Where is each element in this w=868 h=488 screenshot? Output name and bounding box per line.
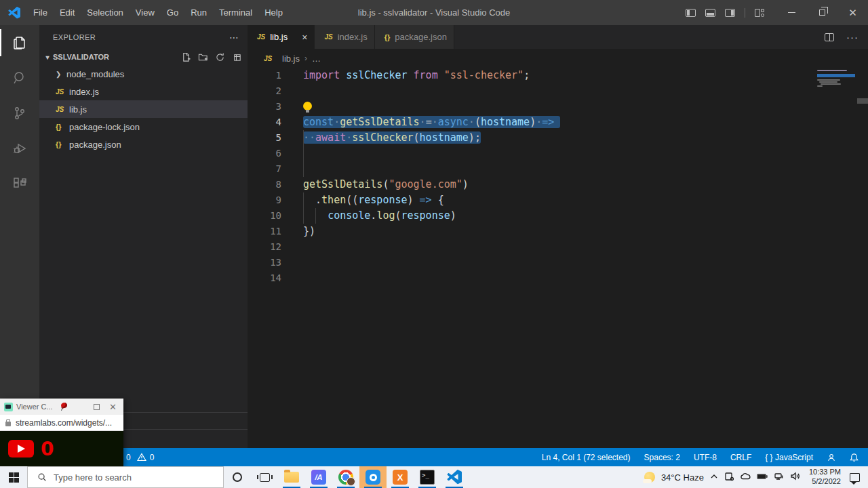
cursor-position[interactable]: Ln 4, Col 1 (72 selected): [542, 453, 631, 462]
show-hidden-icons-chevron[interactable]: [710, 472, 718, 483]
code-line-8[interactable]: 8getSslDetails("google.com"): [248, 177, 868, 192]
lightbulb-icon[interactable]: [303, 102, 312, 110]
file-row-node_modules[interactable]: ❯node_modules: [39, 65, 248, 83]
weather-icon[interactable]: [644, 472, 655, 483]
toggle-panel-icon[interactable]: [705, 9, 715, 17]
new-file-icon[interactable]: [181, 52, 191, 62]
line-content: [281, 161, 303, 177]
overlay-maximize-icon[interactable]: [94, 404, 100, 410]
editor-more-actions-icon[interactable]: ···: [846, 31, 859, 43]
volume-icon[interactable]: [790, 472, 800, 483]
customize-layout-icon[interactable]: [755, 9, 764, 17]
breadcrumb[interactable]: JS lib.js › …: [248, 49, 868, 68]
source-control-icon[interactable]: [0, 96, 39, 131]
code-line-7[interactable]: 7: [248, 161, 868, 177]
search-icon[interactable]: [0, 60, 39, 96]
encoding[interactable]: UTF-8: [694, 453, 717, 462]
taskbar-app-file-explorer[interactable]: [278, 466, 305, 488]
menu-edit[interactable]: Edit: [54, 7, 81, 18]
menu-go[interactable]: Go: [161, 7, 184, 18]
explorer-icon[interactable]: [0, 25, 39, 60]
menu-help[interactable]: Help: [258, 7, 289, 18]
tab-close-icon[interactable]: ×: [302, 32, 307, 43]
breadcrumb-file[interactable]: lib.js: [282, 54, 300, 64]
new-folder-icon[interactable]: [198, 52, 208, 62]
code-editor[interactable]: 1import sslChecker from "ssl-checker";23…: [248, 68, 868, 286]
weather-label[interactable]: 34°C Haze: [661, 472, 704, 483]
feedback-icon[interactable]: [827, 453, 836, 462]
clock[interactable]: 10:33 PM 5/2/2022: [806, 468, 844, 487]
overlay-url-bar[interactable]: streamlabs.com/widgets/...: [0, 415, 123, 431]
toggle-sidebar-icon[interactable]: [686, 9, 696, 17]
tab-lib.js[interactable]: JSlib.js×: [248, 25, 315, 49]
code-line-5[interactable]: 5··await·sslChecker(hostname);: [248, 130, 868, 146]
code-line-14[interactable]: 14: [248, 270, 868, 286]
onedrive-cloud-icon[interactable]: [740, 472, 751, 483]
close-button[interactable]: ✕: [837, 0, 868, 25]
windows-logo-icon: [9, 472, 19, 483]
notifications-bell-icon[interactable]: [850, 453, 859, 462]
code-line-6[interactable]: 6: [248, 146, 868, 161]
network-icon[interactable]: [774, 472, 784, 483]
code-line-9[interactable]: 9 .then((response) => {: [248, 192, 868, 208]
toggle-secondary-sidebar-icon[interactable]: [725, 9, 735, 17]
eol-sequence[interactable]: CRLF: [730, 453, 751, 462]
code-line-13[interactable]: 13: [248, 255, 868, 270]
overview-ruler-mark: [857, 98, 868, 104]
restore-button[interactable]: [807, 0, 837, 25]
titlebar: FileEditSelectionViewGoRunTerminalHelp l…: [0, 0, 868, 25]
taskbar-app-chrome[interactable]: [332, 466, 359, 488]
tablet-icon[interactable]: [724, 472, 734, 483]
tab-index.js[interactable]: JSindex.js: [315, 25, 374, 49]
taskbar-app-terminal[interactable]: >_: [414, 466, 441, 488]
menu-selection[interactable]: Selection: [81, 7, 129, 18]
line-number: 4: [248, 115, 281, 130]
extensions-icon[interactable]: [0, 166, 39, 201]
code-line-3[interactable]: 3: [248, 99, 868, 115]
run-debug-icon[interactable]: [0, 131, 39, 166]
pin-icon[interactable]: [60, 403, 68, 411]
overlay-close-icon[interactable]: ✕: [109, 402, 117, 412]
taskbar-app-xampp[interactable]: X: [387, 466, 414, 488]
vscode-logo-icon: [8, 7, 20, 19]
collapse-folders-icon[interactable]: [232, 52, 242, 62]
taskbar-app-vscode[interactable]: [441, 466, 468, 488]
code-line-1[interactable]: 1import sslChecker from "ssl-checker";: [248, 68, 868, 83]
split-editor-icon[interactable]: [825, 33, 834, 41]
start-button[interactable]: [0, 466, 27, 488]
search-placeholder: Type here to search: [54, 472, 132, 483]
battery-icon[interactable]: [757, 472, 768, 483]
minimap[interactable]: [817, 68, 856, 149]
indentation[interactable]: Spaces: 2: [644, 453, 680, 462]
explorer-more-actions-icon[interactable]: ⋯: [229, 32, 239, 43]
minimize-button[interactable]: [776, 0, 807, 25]
refresh-icon[interactable]: [215, 52, 225, 62]
file-row-package-lock.json[interactable]: {}package-lock.json: [39, 118, 248, 136]
language-mode[interactable]: { } JavaScript: [765, 453, 813, 462]
taskbar-app-mail-app[interactable]: /A: [305, 466, 332, 488]
taskbar-app-streamlabs[interactable]: [359, 466, 387, 488]
menu-run[interactable]: Run: [184, 7, 213, 18]
file-row-lib.js[interactable]: JSlib.js: [39, 100, 248, 118]
menu-view[interactable]: View: [130, 7, 161, 18]
line-number: 9: [248, 192, 281, 208]
tab-package.json[interactable]: {}package.json: [375, 25, 454, 49]
code-line-11[interactable]: 11}): [248, 224, 868, 239]
breadcrumb-symbol[interactable]: …: [312, 54, 321, 64]
file-row-index.js[interactable]: JSindex.js: [39, 83, 248, 100]
action-center-icon[interactable]: [850, 473, 860, 482]
task-view-button[interactable]: [251, 466, 278, 488]
overlay-titlebar[interactable]: Viewer C... ✕: [0, 399, 123, 415]
code-line-12[interactable]: 12: [248, 239, 868, 255]
file-row-package.json[interactable]: {}package.json: [39, 136, 248, 153]
menu-file[interactable]: File: [27, 7, 54, 18]
workspace-section-header[interactable]: ▾ SSLVALIDATOR: [39, 49, 248, 65]
streamlabs-icon: [366, 470, 380, 485]
cortana-button[interactable]: [224, 466, 251, 488]
overlay-url[interactable]: streamlabs.com/widgets/...: [16, 418, 112, 428]
taskbar-search-box[interactable]: Type here to search: [27, 466, 224, 488]
code-line-10[interactable]: 10 console.log(response): [248, 208, 868, 224]
code-line-4[interactable]: 4const·getSslDetails·=·async·(hostname)·…: [248, 115, 868, 130]
menu-terminal[interactable]: Terminal: [213, 7, 258, 18]
code-line-2[interactable]: 2: [248, 83, 868, 99]
